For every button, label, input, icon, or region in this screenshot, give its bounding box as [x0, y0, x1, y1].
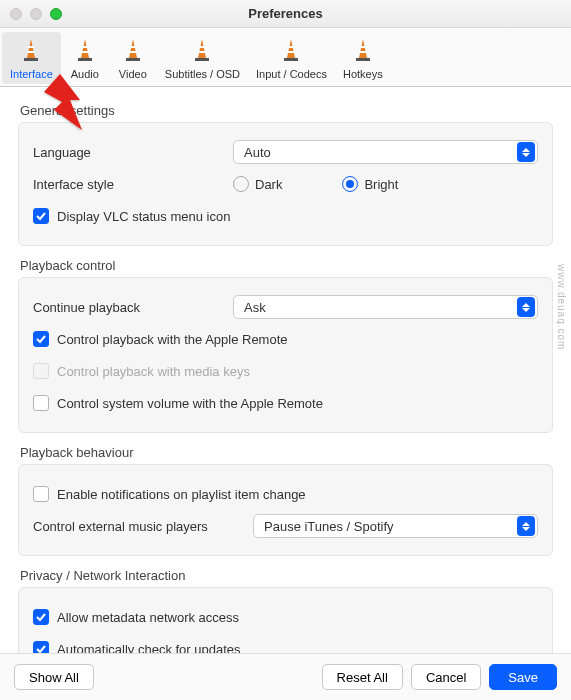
cone-icon — [117, 34, 149, 66]
tab-label: Hotkeys — [343, 68, 383, 80]
tab-label: Input / Codecs — [256, 68, 327, 80]
checkbox-label: Automatically check for updates — [57, 642, 241, 654]
checkbox-indicator — [33, 331, 49, 347]
svg-rect-1 — [28, 46, 34, 48]
checkbox-indicator — [33, 641, 49, 653]
reset-all-button[interactable]: Reset All — [322, 664, 403, 690]
tab-subtitles[interactable]: Subtitles / OSD — [157, 32, 248, 84]
radio-indicator — [233, 176, 249, 192]
playback-control-panel: Continue playback Ask Control playback w… — [18, 277, 553, 433]
continue-playback-label: Continue playback — [33, 300, 233, 315]
checkbox-indicator — [33, 486, 49, 502]
cone-icon — [347, 34, 379, 66]
svg-rect-11 — [198, 51, 206, 53]
show-all-button[interactable]: Show All — [14, 664, 94, 690]
preferences-window: Preferences Interface Audio Video Subtit… — [0, 0, 571, 700]
checkbox-enable-notifications[interactable]: Enable notifications on playlist item ch… — [33, 486, 306, 502]
svg-rect-14 — [287, 51, 295, 53]
external-players-label: Control external music players — [33, 519, 253, 534]
tab-label: Video — [119, 68, 147, 80]
radio-indicator — [342, 176, 358, 192]
save-button[interactable]: Save — [489, 664, 557, 690]
tab-audio[interactable]: Audio — [61, 32, 109, 84]
tab-label: Audio — [71, 68, 99, 80]
checkbox-control-apple-remote[interactable]: Control playback with the Apple Remote — [33, 331, 288, 347]
svg-rect-13 — [288, 46, 294, 48]
external-players-select[interactable]: Pause iTunes / Spotify — [253, 514, 538, 538]
cone-icon — [69, 34, 101, 66]
svg-rect-7 — [130, 46, 136, 48]
checkbox-control-system-volume[interactable]: Control system volume with the Apple Rem… — [33, 395, 323, 411]
svg-rect-8 — [129, 51, 137, 53]
checkbox-indicator — [33, 609, 49, 625]
preferences-toolbar: Interface Audio Video Subtitles / OSD In… — [0, 28, 571, 87]
svg-rect-0 — [24, 58, 38, 61]
section-title-playback-control: Playback control — [20, 258, 553, 273]
chevron-updown-icon — [517, 516, 535, 536]
svg-rect-4 — [82, 46, 88, 48]
language-label: Language — [33, 145, 233, 160]
continue-playback-select[interactable]: Ask — [233, 295, 538, 319]
tab-interface[interactable]: Interface — [2, 32, 61, 84]
tab-input-codecs[interactable]: Input / Codecs — [248, 32, 335, 84]
language-select[interactable]: Auto — [233, 140, 538, 164]
section-title-general: General settings — [20, 103, 553, 118]
radio-bright[interactable]: Bright — [342, 176, 398, 192]
checkbox-label: Allow metadata network access — [57, 610, 239, 625]
titlebar: Preferences — [0, 0, 571, 28]
checkbox-label: Control playback with media keys — [57, 364, 250, 379]
language-value: Auto — [244, 145, 271, 160]
section-title-privacy: Privacy / Network Interaction — [20, 568, 553, 583]
continue-playback-value: Ask — [244, 300, 266, 315]
watermark: www.deuaq.com — [556, 264, 567, 350]
svg-rect-15 — [356, 58, 370, 61]
radio-dark[interactable]: Dark — [233, 176, 282, 192]
checkbox-label: Control playback with the Apple Remote — [57, 332, 288, 347]
interface-style-label: Interface style — [33, 177, 233, 192]
svg-rect-16 — [360, 46, 366, 48]
svg-rect-2 — [27, 51, 35, 53]
cone-icon — [186, 34, 218, 66]
tab-video[interactable]: Video — [109, 32, 157, 84]
svg-rect-12 — [284, 58, 298, 61]
checkbox-indicator — [33, 363, 49, 379]
content-area[interactable]: General settings Language Auto Interface… — [0, 87, 571, 653]
checkbox-label: Display VLC status menu icon — [57, 209, 230, 224]
checkbox-label: Control system volume with the Apple Rem… — [57, 396, 323, 411]
radio-label: Dark — [255, 177, 282, 192]
svg-rect-9 — [195, 58, 209, 61]
playback-behaviour-panel: Enable notifications on playlist item ch… — [18, 464, 553, 556]
cone-icon — [275, 34, 307, 66]
general-panel: Language Auto Interface style Dark — [18, 122, 553, 246]
svg-rect-10 — [199, 46, 205, 48]
checkbox-auto-update[interactable]: Automatically check for updates — [33, 641, 241, 653]
radio-label: Bright — [364, 177, 398, 192]
privacy-panel: Allow metadata network access Automatica… — [18, 587, 553, 653]
cone-icon — [15, 34, 47, 66]
section-title-playback-behaviour: Playback behaviour — [20, 445, 553, 460]
svg-rect-17 — [359, 51, 367, 53]
svg-rect-6 — [126, 58, 140, 61]
chevron-updown-icon — [517, 297, 535, 317]
cancel-button[interactable]: Cancel — [411, 664, 481, 690]
footer: Show All Reset All Cancel Save — [0, 653, 571, 700]
window-title: Preferences — [0, 6, 571, 21]
checkbox-label: Enable notifications on playlist item ch… — [57, 487, 306, 502]
tab-hotkeys[interactable]: Hotkeys — [335, 32, 391, 84]
checkbox-indicator — [33, 395, 49, 411]
checkbox-indicator — [33, 208, 49, 224]
tab-label: Interface — [10, 68, 53, 80]
external-players-value: Pause iTunes / Spotify — [264, 519, 394, 534]
svg-rect-5 — [81, 51, 89, 53]
checkbox-allow-metadata[interactable]: Allow metadata network access — [33, 609, 239, 625]
checkbox-control-media-keys: Control playback with media keys — [33, 363, 250, 379]
svg-rect-3 — [78, 58, 92, 61]
tab-label: Subtitles / OSD — [165, 68, 240, 80]
chevron-updown-icon — [517, 142, 535, 162]
checkbox-display-status-icon[interactable]: Display VLC status menu icon — [33, 208, 230, 224]
